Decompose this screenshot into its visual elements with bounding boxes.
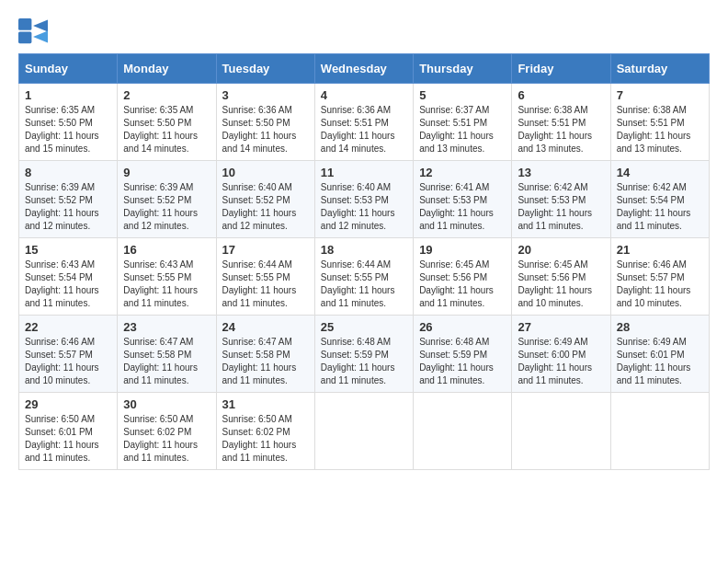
day-info: Sunrise: 6:35 AM Sunset: 5:50 PM Dayligh… [25,104,111,155]
day-info: Sunrise: 6:41 AM Sunset: 5:53 PM Dayligh… [419,181,506,233]
calendar-cell: 26 Sunrise: 6:48 AM Sunset: 5:59 PM Dayl… [414,316,512,393]
day-number: 28 [617,320,703,334]
day-number: 2 [123,88,210,102]
day-number: 18 [321,243,407,257]
calendar-week-row: 29 Sunrise: 6:50 AM Sunset: 6:01 PM Dayl… [19,393,710,470]
day-number: 8 [25,166,111,179]
day-info: Sunrise: 6:43 AM Sunset: 5:55 PM Dayligh… [123,259,210,310]
calendar-cell: 20 Sunrise: 6:45 AM Sunset: 5:56 PM Dayl… [512,238,610,316]
day-number: 20 [518,243,604,257]
calendar-cell: 7 Sunrise: 6:38 AM Sunset: 5:51 PM Dayli… [610,84,709,161]
day-info: Sunrise: 6:39 AM Sunset: 5:52 PM Dayligh… [25,181,111,233]
svg-marker-3 [33,31,48,43]
day-info: Sunrise: 6:49 AM Sunset: 6:01 PM Dayligh… [617,336,703,387]
calendar-cell: 23 Sunrise: 6:47 AM Sunset: 5:58 PM Dayl… [118,316,216,393]
weekday-header: Tuesday [216,54,314,84]
day-info: Sunrise: 6:35 AM Sunset: 5:50 PM Dayligh… [123,104,210,155]
logo [18,18,51,44]
day-number: 31 [222,397,309,411]
day-info: Sunrise: 6:38 AM Sunset: 5:51 PM Dayligh… [518,104,604,155]
calendar-cell: 27 Sunrise: 6:49 AM Sunset: 6:00 PM Dayl… [512,316,610,393]
calendar-cell: 30 Sunrise: 6:50 AM Sunset: 6:02 PM Dayl… [118,393,216,470]
day-number: 3 [222,88,309,102]
svg-rect-1 [18,31,31,43]
day-info: Sunrise: 6:47 AM Sunset: 5:58 PM Dayligh… [123,336,210,387]
calendar-cell: 22 Sunrise: 6:46 AM Sunset: 5:57 PM Dayl… [19,316,118,393]
day-number: 9 [123,166,210,179]
calendar-cell: 1 Sunrise: 6:35 AM Sunset: 5:50 PM Dayli… [19,84,118,161]
weekday-header: Wednesday [314,54,413,84]
weekday-header: Thursday [414,54,512,84]
day-number: 15 [25,243,111,257]
day-number: 21 [617,243,703,257]
day-number: 14 [617,166,703,179]
day-info: Sunrise: 6:45 AM Sunset: 5:56 PM Dayligh… [419,259,506,310]
day-number: 25 [321,320,407,334]
calendar-cell: 6 Sunrise: 6:38 AM Sunset: 5:51 PM Dayli… [512,84,610,161]
day-info: Sunrise: 6:50 AM Sunset: 6:01 PM Dayligh… [25,413,111,465]
calendar-week-row: 1 Sunrise: 6:35 AM Sunset: 5:50 PM Dayli… [19,84,710,161]
day-number: 5 [419,88,506,102]
day-number: 13 [518,166,604,179]
day-number: 6 [518,88,604,102]
day-info: Sunrise: 6:45 AM Sunset: 5:56 PM Dayligh… [518,259,604,310]
day-number: 22 [25,320,111,334]
calendar-cell [414,393,512,470]
day-number: 29 [25,397,111,411]
day-info: Sunrise: 6:50 AM Sunset: 6:02 PM Dayligh… [123,413,210,465]
calendar-cell: 19 Sunrise: 6:45 AM Sunset: 5:56 PM Dayl… [414,238,512,316]
day-number: 11 [321,166,407,179]
day-info: Sunrise: 6:40 AM Sunset: 5:52 PM Dayligh… [222,181,309,233]
calendar-cell: 11 Sunrise: 6:40 AM Sunset: 5:53 PM Dayl… [314,161,413,238]
calendar-cell: 29 Sunrise: 6:50 AM Sunset: 6:01 PM Dayl… [19,393,118,470]
day-info: Sunrise: 6:39 AM Sunset: 5:52 PM Dayligh… [123,181,210,233]
day-number: 30 [123,397,210,411]
calendar-cell: 31 Sunrise: 6:50 AM Sunset: 6:02 PM Dayl… [216,393,314,470]
day-info: Sunrise: 6:42 AM Sunset: 5:53 PM Dayligh… [518,181,604,233]
day-number: 19 [419,243,506,257]
calendar-week-row: 8 Sunrise: 6:39 AM Sunset: 5:52 PM Dayli… [19,161,710,238]
calendar-cell: 28 Sunrise: 6:49 AM Sunset: 6:01 PM Dayl… [610,316,709,393]
calendar-week-row: 15 Sunrise: 6:43 AM Sunset: 5:54 PM Dayl… [19,238,710,316]
weekday-header: Saturday [610,54,709,84]
day-info: Sunrise: 6:36 AM Sunset: 5:50 PM Dayligh… [222,104,309,155]
day-info: Sunrise: 6:42 AM Sunset: 5:54 PM Dayligh… [617,181,703,233]
day-info: Sunrise: 6:43 AM Sunset: 5:54 PM Dayligh… [25,259,111,310]
calendar-week-row: 22 Sunrise: 6:46 AM Sunset: 5:57 PM Dayl… [19,316,710,393]
calendar-cell: 14 Sunrise: 6:42 AM Sunset: 5:54 PM Dayl… [610,161,709,238]
day-info: Sunrise: 6:36 AM Sunset: 5:51 PM Dayligh… [321,104,407,155]
calendar-cell: 3 Sunrise: 6:36 AM Sunset: 5:50 PM Dayli… [216,84,314,161]
day-number: 1 [25,88,111,102]
day-info: Sunrise: 6:40 AM Sunset: 5:53 PM Dayligh… [321,181,407,233]
calendar-cell: 12 Sunrise: 6:41 AM Sunset: 5:53 PM Dayl… [414,161,512,238]
day-number: 4 [321,88,407,102]
day-info: Sunrise: 6:38 AM Sunset: 5:51 PM Dayligh… [617,104,703,155]
calendar-cell: 21 Sunrise: 6:46 AM Sunset: 5:57 PM Dayl… [610,238,709,316]
calendar-cell: 9 Sunrise: 6:39 AM Sunset: 5:52 PM Dayli… [118,161,216,238]
calendar-cell: 24 Sunrise: 6:47 AM Sunset: 5:58 PM Dayl… [216,316,314,393]
day-info: Sunrise: 6:48 AM Sunset: 5:59 PM Dayligh… [321,336,407,387]
day-info: Sunrise: 6:48 AM Sunset: 5:59 PM Dayligh… [419,336,506,387]
calendar-cell: 2 Sunrise: 6:35 AM Sunset: 5:50 PM Dayli… [118,84,216,161]
day-info: Sunrise: 6:50 AM Sunset: 6:02 PM Dayligh… [222,413,309,465]
day-info: Sunrise: 6:47 AM Sunset: 5:58 PM Dayligh… [222,336,309,387]
calendar-cell: 4 Sunrise: 6:36 AM Sunset: 5:51 PM Dayli… [314,84,413,161]
calendar-cell [512,393,610,470]
svg-rect-0 [18,18,31,30]
calendar-cell: 15 Sunrise: 6:43 AM Sunset: 5:54 PM Dayl… [19,238,118,316]
day-info: Sunrise: 6:44 AM Sunset: 5:55 PM Dayligh… [321,259,407,310]
day-number: 16 [123,243,210,257]
calendar-table: SundayMondayTuesdayWednesdayThursdayFrid… [18,53,710,470]
day-info: Sunrise: 6:46 AM Sunset: 5:57 PM Dayligh… [617,259,703,310]
day-number: 7 [617,88,703,102]
svg-marker-2 [33,20,48,32]
day-info: Sunrise: 6:37 AM Sunset: 5:51 PM Dayligh… [419,104,506,155]
weekday-header: Friday [512,54,610,84]
day-number: 26 [419,320,506,334]
day-number: 12 [419,166,506,179]
day-info: Sunrise: 6:49 AM Sunset: 6:00 PM Dayligh… [518,336,604,387]
day-info: Sunrise: 6:46 AM Sunset: 5:57 PM Dayligh… [25,336,111,387]
calendar-cell: 16 Sunrise: 6:43 AM Sunset: 5:55 PM Dayl… [118,238,216,316]
calendar-cell [314,393,413,470]
day-info: Sunrise: 6:44 AM Sunset: 5:55 PM Dayligh… [222,259,309,310]
